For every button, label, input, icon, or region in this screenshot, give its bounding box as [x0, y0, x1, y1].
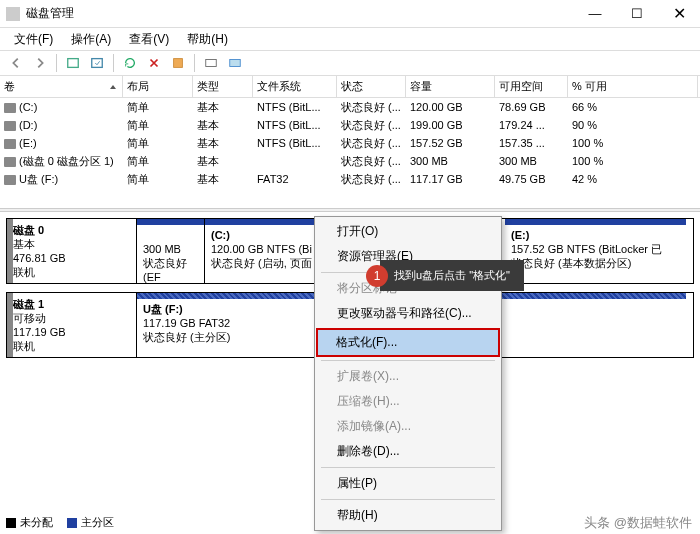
menu-view[interactable]: 查看(V) [121, 29, 177, 50]
svg-rect-3 [206, 60, 217, 67]
tool-4[interactable] [201, 53, 221, 73]
col-layout[interactable]: 布局 [123, 76, 193, 97]
legend: 未分配 主分区 [6, 515, 114, 530]
table-row[interactable]: U盘 (F:)简单基本FAT32状态良好 (...117.17 GB49.75 … [0, 170, 700, 188]
svg-rect-2 [174, 59, 183, 68]
back-button[interactable] [6, 53, 26, 73]
table-row[interactable]: (E:)简单基本NTFS (BitL...状态良好 (...157.52 GB1… [0, 134, 700, 152]
annotation-text: 找到u盘后点击 "格式化" [394, 268, 510, 283]
watermark: 头条 @数据蛙软件 [584, 514, 692, 532]
tool-2[interactable] [87, 53, 107, 73]
context-menu-item[interactable]: 帮助(H) [317, 503, 499, 528]
tool-1[interactable] [63, 53, 83, 73]
col-status[interactable]: 状态 [337, 76, 406, 97]
context-menu-item: 压缩卷(H)... [317, 389, 499, 414]
tool-3[interactable] [168, 53, 188, 73]
tool-5[interactable] [225, 53, 245, 73]
context-menu-item[interactable]: 属性(P) [317, 471, 499, 496]
menu-help[interactable]: 帮助(H) [179, 29, 236, 50]
legend-primary: 主分区 [67, 515, 114, 530]
annotation-callout: 1 找到u盘后点击 "格式化" [380, 260, 524, 291]
disk-header[interactable]: 磁盘 1可移动117.19 GB联机 [7, 293, 137, 357]
volume-list: (C:)简单基本NTFS (BitL...状态良好 (...120.00 GB7… [0, 98, 700, 208]
col-type[interactable]: 类型 [193, 76, 253, 97]
svg-rect-1 [92, 59, 103, 68]
context-menu-item[interactable]: 打开(O) [317, 219, 499, 244]
table-row[interactable]: (C:)简单基本NTFS (BitL...状态良好 (...120.00 GB7… [0, 98, 700, 116]
partition[interactable]: 300 MB状态良好 (EF [137, 219, 205, 283]
svg-rect-0 [68, 59, 79, 68]
toolbar [0, 50, 700, 76]
menu-file[interactable]: 文件(F) [6, 29, 61, 50]
volume-list-header: 卷 布局 类型 文件系统 状态 容量 可用空间 % 可用 [0, 76, 700, 98]
menu-action[interactable]: 操作(A) [63, 29, 119, 50]
legend-unalloc: 未分配 [6, 515, 53, 530]
col-free[interactable]: 可用空间 [495, 76, 568, 97]
menu-separator [321, 467, 495, 468]
context-menu-item[interactable]: 更改驱动器号和路径(C)... [317, 301, 499, 326]
svg-rect-4 [230, 60, 241, 67]
window-title: 磁盘管理 [26, 5, 574, 22]
window-controls: — ☐ ✕ [574, 0, 700, 28]
col-volume[interactable]: 卷 [0, 76, 123, 97]
partition[interactable]: (E:)157.52 GB NTFS (BitLocker 已状态良好 (基本数… [505, 219, 686, 283]
table-row[interactable]: (磁盘 0 磁盘分区 1)简单基本状态良好 (...300 MB300 MB10… [0, 152, 700, 170]
toolbar-divider [113, 54, 114, 72]
delete-button[interactable] [144, 53, 164, 73]
menu-separator [321, 360, 495, 361]
minimize-button[interactable]: — [574, 0, 616, 28]
toolbar-divider [56, 54, 57, 72]
toolbar-divider [194, 54, 195, 72]
close-button[interactable]: ✕ [658, 0, 700, 28]
disk-header[interactable]: 磁盘 0基本476.81 GB联机 [7, 219, 137, 283]
context-menu-item[interactable]: 格式化(F)... [316, 328, 500, 357]
titlebar: 磁盘管理 — ☐ ✕ [0, 0, 700, 28]
maximize-button[interactable]: ☐ [616, 0, 658, 28]
menubar: 文件(F) 操作(A) 查看(V) 帮助(H) [0, 28, 700, 50]
annotation-number: 1 [366, 265, 388, 287]
context-menu-item: 扩展卷(X)... [317, 364, 499, 389]
forward-button[interactable] [30, 53, 50, 73]
context-menu-item: 添加镜像(A)... [317, 414, 499, 439]
context-menu-item[interactable]: 删除卷(D)... [317, 439, 499, 464]
menu-separator [321, 499, 495, 500]
refresh-button[interactable] [120, 53, 140, 73]
col-fs[interactable]: 文件系统 [253, 76, 337, 97]
col-capacity[interactable]: 容量 [406, 76, 495, 97]
table-row[interactable]: (D:)简单基本NTFS (BitL...状态良好 (...199.00 GB1… [0, 116, 700, 134]
col-pct[interactable]: % 可用 [568, 76, 698, 97]
app-icon [6, 7, 20, 21]
